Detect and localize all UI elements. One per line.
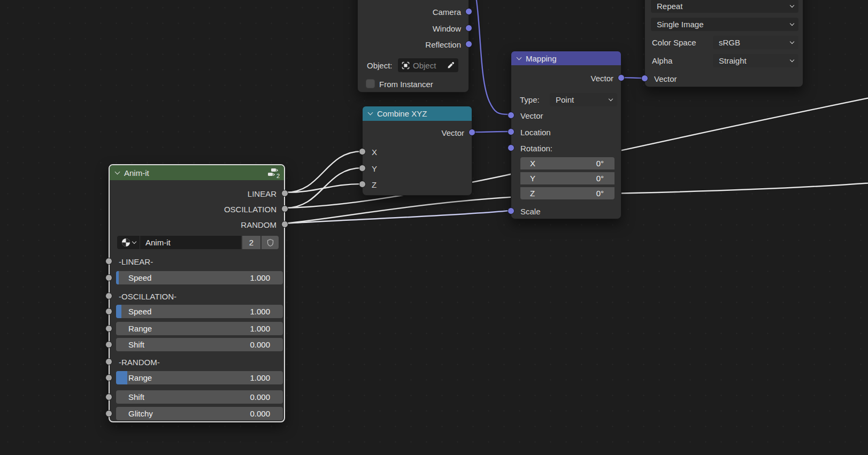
socket-random-section-input[interactable] [105,358,112,365]
extension-value: Repeat [657,2,682,11]
anim-it-header[interactable]: Anim-it 2 [110,165,284,180]
mapping-vector-output-label: Vector [590,72,613,84]
socket-random-range-input[interactable] [105,374,112,381]
group-users-count-button[interactable]: 2 [242,236,260,249]
node-anim-it-group: Anim-it 2 LINEAR OSCILLATION RANDOM Anim… [109,164,285,422]
link-mapping-vector-to-imagetexture-vector [621,78,643,78]
rotation-x-slider[interactable]: X 0° [520,157,614,169]
group-users-count-value: 2 [249,238,254,247]
mapping-header[interactable]: Mapping [511,51,621,65]
mapping-scale-input-label: Scale [520,205,541,218]
socket-combine-vector-output[interactable] [468,129,475,136]
link-top-to-mapping-vector [476,0,509,114]
combine-xyz-title: Combine XYZ [377,109,427,118]
color-space-label: Color Space [652,36,696,49]
output-random-label: RANDOM [241,218,276,231]
linear-speed-slider[interactable]: Speed 1.000 [116,271,283,284]
source-value: Single Image [657,20,704,29]
object-field-placeholder: Object [413,61,436,70]
combine-z-label: Z [372,178,377,191]
mapping-title: Mapping [526,54,557,63]
oscillation-shift-slider[interactable]: Shift 0.000 [116,338,283,351]
param-name: Glitchy [128,409,153,418]
socket-camera-output[interactable] [465,8,472,15]
chevron-down-icon [790,39,794,43]
socket-mapping-vector-input[interactable] [508,112,514,119]
alpha-label: Alpha [652,54,672,67]
socket-linear-section-input[interactable] [105,258,112,265]
socket-mapping-location-input[interactable] [508,128,514,135]
group-name-field[interactable]: Anim-it [140,236,241,249]
rotation-y-axis: Y [530,174,535,183]
mapping-rotation-label: Rotation: [520,142,552,155]
rotation-z-slider[interactable]: Z 0° [520,187,614,199]
alpha-dropdown[interactable]: Straight [713,54,798,67]
section-random-label: -RANDOM- [119,356,160,368]
output-camera-label: Camera [433,5,461,18]
oscillation-range-slider[interactable]: Range 1.000 [116,322,283,335]
rotation-y-slider[interactable]: Y 0° [520,172,614,184]
random-range-slider[interactable]: Range 1.000 [116,371,283,384]
anim-it-title: Anim-it [124,168,149,178]
rotation-y-value: 0° [596,174,604,183]
socket-window-output[interactable] [465,25,472,32]
collapse-chevron-icon[interactable] [368,110,373,115]
collapse-chevron-icon[interactable] [115,169,120,174]
rotation-x-axis: X [530,159,535,168]
chevron-down-icon [790,21,794,25]
oscillation-speed-slider[interactable]: Speed 1.000 [116,305,283,318]
combine-y-label: Y [372,162,377,175]
extension-dropdown[interactable]: Repeat [651,0,798,13]
socket-combine-z-input[interactable] [359,181,366,188]
mapping-type-label: Type: [520,93,540,106]
socket-combine-y-input[interactable] [359,165,366,172]
mapping-type-value: Point [556,95,574,104]
socket-oscillation-shift-input[interactable] [105,341,112,348]
node-group-users-icon: 2 [267,168,278,178]
param-value: 1.000 [250,373,270,382]
socket-oscillation-section-input[interactable] [105,292,112,299]
socket-linear-speed-input[interactable] [105,274,112,281]
socket-mapping-rotation-input[interactable] [508,144,514,151]
object-label: Object: [367,59,393,72]
socket-image-vector-input[interactable] [641,75,648,82]
param-name: Shift [128,340,144,349]
color-space-dropdown[interactable]: sRGB [713,36,798,49]
random-shift-slider[interactable]: Shift 0.000 [116,390,283,404]
socket-random-glitchy-input[interactable] [105,410,112,417]
socket-mapping-scale-input[interactable] [508,207,514,214]
socket-random-output[interactable] [281,221,288,228]
node-image-texture: Repeat Single Image Color Space sRGB Alp… [644,0,803,87]
color-space-value: sRGB [719,38,740,47]
socket-reflection-output[interactable] [465,41,472,48]
object-field[interactable]: Object [398,58,458,72]
link-combine-vector-to-mapping-location [472,132,509,132]
socket-mapping-vector-output[interactable] [618,74,625,81]
chevron-down-icon [790,3,794,7]
nodetree-icon [121,238,130,247]
random-glitchy-slider[interactable]: Glitchy 0.000 [116,407,283,420]
chevron-down-icon [790,57,794,61]
collapse-chevron-icon[interactable] [517,55,522,60]
group-fake-user-button[interactable] [262,236,279,249]
socket-oscillation-speed-input[interactable] [105,308,112,315]
from-instancer-label: From Instancer [379,78,433,90]
param-name: Speed [128,307,151,316]
param-name: Speed [128,273,151,282]
combine-xyz-header[interactable]: Combine XYZ [363,106,472,121]
output-linear-label: LINEAR [248,187,276,200]
eyedropper-icon[interactable] [447,61,455,69]
socket-oscillation-output[interactable] [281,205,288,212]
group-browse-button[interactable] [117,236,140,249]
socket-combine-x-input[interactable] [359,148,366,155]
shield-icon [266,238,274,247]
output-reflection-label: Reflection [425,38,461,51]
node-combine-xyz: Combine XYZ Vector X Y Z [362,106,472,196]
blender-node-editor: { "colors":{ "bg":"#1d1d1d","node":"#303… [0,0,868,455]
mapping-type-dropdown[interactable]: Point [550,93,617,106]
source-dropdown[interactable]: Single Image [651,18,798,31]
from-instancer-checkbox[interactable] [366,79,375,88]
socket-oscillation-range-input[interactable] [105,325,112,332]
socket-random-shift-input[interactable] [105,394,112,400]
socket-linear-output[interactable] [281,190,288,197]
